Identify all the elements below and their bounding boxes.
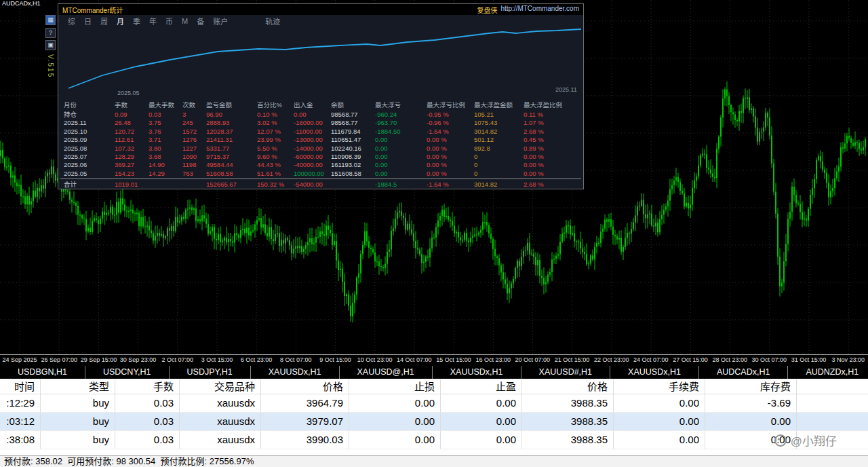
- trade-col-header: 价格: [261, 379, 349, 394]
- stats-cell: 763: [182, 170, 193, 177]
- time-axis-label: 24 Oct 07:00: [631, 355, 671, 365]
- stats-cell: 100000.00: [294, 170, 324, 177]
- stats-tab-账户[interactable]: 账户: [213, 16, 228, 26]
- stats-cell: 110651.47: [331, 136, 361, 143]
- stats-tab-轨迹[interactable]: 轨迹: [265, 16, 280, 26]
- stats-cell: 0.00 %: [524, 153, 544, 160]
- collapse-button[interactable]: ▣: [45, 40, 56, 50]
- stats-tab-M[interactable]: M: [182, 17, 188, 25]
- stats-cell: 0: [474, 170, 477, 177]
- stats-cell: 0.00: [375, 170, 388, 177]
- trade-cell: 3979.07: [261, 413, 349, 430]
- trade-cell: buy: [41, 394, 115, 412]
- stats-col-header: 手数: [115, 101, 127, 109]
- stats-cell: 12028.37: [206, 128, 233, 135]
- trade-cell: 3988.35: [522, 431, 614, 449]
- time-axis[interactable]: 24 Sep 202526 Sep 07:0029 Sep 15:0030 Se…: [0, 355, 868, 365]
- stats-cell: 2025.11: [64, 119, 87, 126]
- stats-cell: 1198: [182, 161, 196, 168]
- chart-tab-USDBGN,H1[interactable]: USDBGN,H1: [0, 366, 85, 379]
- help-button[interactable]: ?: [45, 28, 56, 38]
- stats-cell: 0.89 %: [524, 145, 544, 152]
- stats-tab-综[interactable]: 综: [68, 16, 75, 26]
- chart-tab-XAUUSD@,H1[interactable]: XAUUSD@,H1: [340, 366, 433, 379]
- panel-grid-button[interactable]: ▦: [45, 15, 56, 25]
- stats-cell: 2025.08: [64, 145, 87, 152]
- filler-cell: [797, 394, 868, 412]
- stats-table: 月份手数最大手数次数盈亏金额百分比%出入金余额最大浮亏最大浮亏比例最大浮盈金额最…: [58, 101, 583, 189]
- time-axis-label: 30 Oct 07:00: [749, 355, 789, 365]
- stats-cell: 1572: [182, 128, 197, 135]
- stats-cell: 51.61 %: [257, 170, 281, 177]
- total-row-separator: [60, 179, 581, 179]
- brand-url-link[interactable]: http://MTCommander.com: [500, 5, 579, 15]
- stats-cell: 501.12: [474, 136, 494, 143]
- equity-curve-line: [68, 29, 581, 88]
- stats-cell: 0.00 %: [524, 170, 544, 177]
- stats-panel-titlebar[interactable]: MTCommander统计 复盘侠 http://MTCommander.com: [58, 4, 583, 15]
- stats-cell: 2025.06: [64, 161, 87, 168]
- stats-cell: 105.21: [474, 111, 494, 118]
- stats-tab-年[interactable]: 年: [149, 16, 157, 26]
- trade-cell: 0.03: [115, 413, 180, 430]
- time-axis-label: 22 Oct 23:00: [592, 355, 631, 365]
- stats-tab-备[interactable]: 备: [197, 16, 204, 26]
- trade-cell: 3990.03: [261, 431, 349, 449]
- chart-tab-XAUUSDx,H1[interactable]: XAUUSDx,H1: [610, 366, 699, 379]
- stats-cell: 110908.39: [331, 153, 361, 160]
- stats-cell: 1.07 %: [524, 119, 544, 126]
- stats-cell: 151608.58: [331, 170, 361, 177]
- stats-cell: 3014.82: [474, 128, 497, 135]
- time-axis-label: 3 Oct 15:00: [197, 355, 237, 365]
- stats-tab-月[interactable]: 月: [117, 16, 124, 26]
- chart-window-tabs: USDBGN,H1USDCNY,H1USDJPY,H1XAUUSDx,H1XAU…: [0, 365, 868, 379]
- trade-cell: buy: [41, 413, 115, 430]
- stats-cell: 0.45 %: [524, 136, 544, 143]
- trade-cell: 0.00: [441, 413, 522, 430]
- trade-row[interactable]: :38:08buy0.03xauusdx3990.030.000.003988.…: [0, 431, 868, 449]
- chart-tab-XAUUSDx,H1[interactable]: XAUUSDx,H1: [433, 366, 521, 379]
- time-axis-label: 28 Oct 23:00: [710, 355, 749, 365]
- stats-panel: MTCommander统计 复盘侠 http://MTCommander.com…: [58, 3, 584, 189]
- trade-cell: xauusdx: [180, 394, 261, 412]
- stats-total-cell: -1.64 %: [427, 181, 449, 188]
- time-axis-label: 9 Oct 15:00: [315, 355, 355, 365]
- stats-cell: 0.00 %: [427, 153, 447, 160]
- stats-cell: -14000.00: [294, 145, 323, 152]
- chart-tab-AUDCADx,H1[interactable]: AUDCADx,H1: [699, 366, 789, 379]
- stats-cell: 0.00: [375, 145, 388, 152]
- watermark-text: @小翔仔: [791, 432, 837, 449]
- chart-tab-XAUUSD#,H1[interactable]: XAUUSD#,H1: [521, 366, 611, 379]
- trade-cell: :38:08: [0, 431, 41, 449]
- stats-tab-币[interactable]: 币: [165, 16, 173, 26]
- stats-cell: 0.03: [149, 111, 161, 118]
- chart-tab-AUDNZDx,H1[interactable]: AUDNZDx,H1: [788, 366, 868, 379]
- stats-col-header: 最大手数: [149, 101, 174, 109]
- trade-row[interactable]: :12:29buy0.03xauusdx3964.790.000.003988.…: [0, 394, 868, 413]
- stats-cell: 2025.10: [64, 128, 87, 135]
- stats-cell: 1075.43: [474, 119, 497, 126]
- stats-total-cell: 1019.01: [115, 181, 138, 188]
- stats-cell: 0.10 %: [257, 111, 277, 118]
- trade-row[interactable]: :03:12buy0.03xauusdx3979.070.000.003988.…: [0, 413, 868, 431]
- filler-cell: [797, 379, 868, 394]
- account-status-bar: 预付款: 358.02 可用预付款: 98 300.54 预付款比例: 2755…: [0, 455, 868, 467]
- time-axis-label: 30 Sep 23:00: [119, 355, 158, 365]
- trade-table: 时间类型手数交易品种价格止损止盈价格手续费库存费:12:29buy0.03xau…: [0, 379, 868, 455]
- chart-symbol-label: AUDCADx,H1: [0, 0, 44, 8]
- stats-cell: -0.96 %: [427, 119, 449, 126]
- stats-tab-季[interactable]: 季: [133, 16, 140, 26]
- chart-tab-USDJPY,H1[interactable]: USDJPY,H1: [170, 366, 251, 379]
- stats-tab-日[interactable]: 日: [84, 16, 92, 26]
- stats-cell: 111679.84: [331, 128, 361, 135]
- stats-total-cell: -1884.5: [375, 181, 397, 188]
- stats-cell: -13000.00: [294, 136, 323, 143]
- chart-tab-USDCNY,H1[interactable]: USDCNY,H1: [85, 366, 170, 379]
- stats-tab-周[interactable]: 周: [100, 16, 108, 26]
- trade-cell: 0.00: [349, 394, 441, 412]
- stats-cell: 12.07 %: [257, 128, 281, 135]
- stats-col-header: 盈亏金额: [206, 101, 232, 109]
- chart-tab-XAUUSDx,H1[interactable]: XAUUSDx,H1: [251, 366, 340, 379]
- stats-cell: 9.60 %: [257, 153, 277, 160]
- trade-cell: 0.00: [349, 413, 441, 430]
